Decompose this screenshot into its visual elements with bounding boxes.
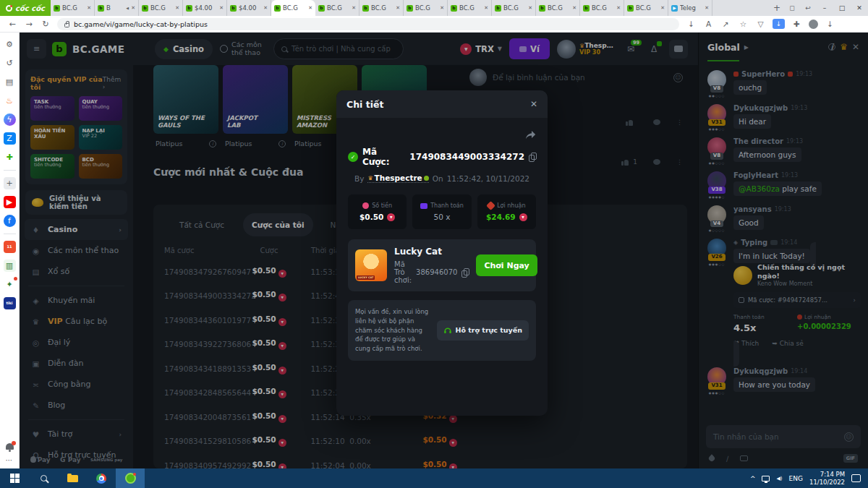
- tab-favicon: b: [362, 5, 369, 12]
- browser-tab[interactable]: b BC.G ◀ ✕: [359, 0, 404, 16]
- browser-sidebar-icon[interactable]: 11: [4, 241, 16, 253]
- coccoc-logo[interactable]: cốc cốc: [0, 0, 51, 16]
- bookmark-star-icon[interactable]: ☆: [738, 20, 749, 28]
- browser-sidebar-icon[interactable]: f: [4, 215, 16, 227]
- forward-icon[interactable]: →: [24, 20, 34, 29]
- maximize-button[interactable]: □: [833, 0, 851, 16]
- tab-close-icon[interactable]: ✕: [131, 5, 135, 11]
- bet-detail-modal: Chi tiết ✕ ✓ Mã Cược: 174908344900333427…: [336, 90, 548, 416]
- share-icon[interactable]: ↗: [720, 20, 731, 28]
- bell-icon[interactable]: [6, 443, 14, 450]
- recent-tabs-icon[interactable]: ↩: [800, 0, 816, 16]
- taskbar-search-icon[interactable]: [29, 468, 58, 488]
- browser-sidebar-icon[interactable]: ↺: [4, 57, 16, 69]
- tab-close-icon[interactable]: ✕: [175, 5, 179, 11]
- browser-tab[interactable]: b BC.G ◀ ✕: [271, 0, 315, 16]
- tab-close-icon[interactable]: ✕: [660, 5, 665, 11]
- browser-sidebar: ⚙↺▤♨ϟZ✚+▶f11▥✦tiki ⋯: [0, 33, 20, 468]
- input-language[interactable]: ENG: [789, 475, 803, 482]
- modal-close-icon[interactable]: ✕: [530, 99, 537, 109]
- play-now-button[interactable]: Chơi Ngay: [476, 254, 537, 276]
- browser-sidebar-icon[interactable]: [4, 170, 16, 171]
- close-button[interactable]: ✕: [851, 0, 868, 16]
- browser-window: cốc cốc b BC.G ◀ ✕ b B ◀ ✕ b BC.G ◀ ✕: [0, 0, 868, 488]
- browser-tab[interactable]: b $4.00 ◀ ✕: [227, 0, 271, 16]
- file-explorer-icon[interactable]: [58, 468, 87, 488]
- tab-close-icon[interactable]: ✕: [87, 5, 91, 11]
- browser-tab[interactable]: b BC.G ◀ ✕: [536, 0, 580, 16]
- tab-favicon: ▶: [671, 5, 678, 12]
- copy-icon[interactable]: [461, 268, 469, 277]
- tab-close-icon[interactable]: ✕: [572, 5, 576, 11]
- tab-close-icon[interactable]: ✕: [308, 5, 312, 11]
- more-icon[interactable]: ⋯: [6, 456, 14, 464]
- browser-tab[interactable]: b BC.G ◀ ✕: [624, 0, 668, 16]
- downloads-button[interactable]: ↓: [773, 19, 785, 29]
- browser-sidebar-icon[interactable]: ▥: [4, 260, 16, 272]
- tab-close-icon[interactable]: ✕: [263, 5, 268, 11]
- game-thumbnail[interactable]: [355, 249, 387, 281]
- browser-tab[interactable]: b BC.G ◀ ✕: [404, 0, 448, 16]
- tab-close-icon[interactable]: ✕: [484, 5, 488, 11]
- browser-tab[interactable]: ▶ Teleg ◀ ✕: [668, 0, 712, 16]
- browser-sidebar-icon[interactable]: ▤: [4, 76, 16, 88]
- start-button[interactable]: [0, 468, 29, 488]
- browser-sidebar-icon[interactable]: +: [4, 177, 16, 189]
- tab-close-icon[interactable]: ✕: [440, 5, 444, 11]
- browser-sidebar-icon[interactable]: ✦: [4, 278, 16, 291]
- share-bet-icon[interactable]: [348, 129, 536, 140]
- network-icon[interactable]: [762, 476, 770, 481]
- clock[interactable]: 7:14 PM 11/10/2022: [809, 471, 845, 486]
- tab-close-icon[interactable]: ✕: [352, 5, 356, 11]
- profile-avatar[interactable]: [809, 20, 818, 29]
- bet-stat-box: Lợi nhuận $24.69: [477, 194, 536, 229]
- browser-sidebar-icon[interactable]: ϟ: [4, 114, 16, 126]
- browser-sidebar-icon[interactable]: [4, 234, 16, 234]
- tab-close-icon[interactable]: ✕: [396, 5, 400, 11]
- chrome-icon[interactable]: [87, 468, 116, 488]
- bet-owner-link[interactable]: ♛Thespectre: [367, 174, 428, 183]
- browser-sidebar-icon[interactable]: ♨: [4, 95, 16, 107]
- browser-tab[interactable]: b BC.G ◀ ✕: [492, 0, 536, 16]
- support-note-text: Mọi vấn đề, xin vui lòng liên hệ với bộ …: [355, 307, 431, 354]
- tray-expand-icon[interactable]: ^: [750, 475, 756, 482]
- browser-sidebar-icon[interactable]: ✚: [4, 151, 16, 163]
- reload-icon[interactable]: ↻: [41, 20, 51, 29]
- browser-tab[interactable]: b BC.G ◀ ✕: [580, 0, 624, 16]
- coccoc-taskbar-icon[interactable]: [116, 468, 145, 488]
- extensions-icon[interactable]: ✚: [791, 20, 802, 28]
- browser-tab[interactable]: b $4.00 ◀ ✕: [183, 0, 227, 16]
- minimize-button[interactable]: –: [816, 0, 833, 16]
- browser-sidebar-icon[interactable]: tiki: [4, 297, 16, 309]
- volume-icon[interactable]: ◀): [776, 476, 782, 481]
- tab-close-icon[interactable]: ✕: [616, 5, 621, 11]
- back-icon[interactable]: ←: [7, 20, 17, 29]
- tab-search-icon[interactable]: ◻: [784, 0, 800, 16]
- lock-icon: [64, 23, 69, 27]
- browser-sidebar-icon[interactable]: ▶: [4, 196, 16, 208]
- new-tab-button[interactable]: +: [770, 0, 784, 16]
- browser-tab[interactable]: b B ◀ ✕: [95, 0, 139, 16]
- save-page-icon[interactable]: ↓: [686, 20, 697, 28]
- shield-icon[interactable]: ▽: [755, 20, 766, 28]
- tab-close-icon[interactable]: ✕: [219, 5, 224, 11]
- tab-close-icon[interactable]: ✕: [528, 5, 532, 11]
- live-support-button[interactable]: Hỗ trợ trực tuyến: [437, 320, 529, 341]
- translate-icon[interactable]: A: [703, 20, 714, 28]
- browser-sidebar-icon[interactable]: ⚙: [4, 38, 16, 51]
- browser-tab[interactable]: b BC.G ◀ ✕: [51, 0, 95, 16]
- coccoc-logo-text: cốc cốc: [15, 4, 45, 12]
- copy-icon[interactable]: [529, 153, 536, 161]
- action-center-icon[interactable]: [851, 474, 861, 482]
- browser-tab[interactable]: b BC.G ◀ ✕: [315, 0, 359, 16]
- tab-favicon: b: [230, 5, 237, 12]
- browser-sidebar-icon[interactable]: Z: [4, 132, 16, 145]
- tab-list: b BC.G ◀ ✕ b B ◀ ✕ b BC.G ◀ ✕ b $4.00: [51, 0, 770, 16]
- url-field[interactable]: bc.game/vi/game/lucky-cat-by-platipus: [57, 18, 679, 30]
- tab-title: BC.G: [592, 4, 614, 12]
- download-icon[interactable]: ↓: [825, 20, 835, 28]
- tab-close-icon[interactable]: ✕: [705, 5, 709, 11]
- browser-tab[interactable]: b BC.G ◀ ✕: [448, 0, 492, 16]
- headset-icon: [443, 326, 452, 334]
- browser-tab[interactable]: b BC.G ◀ ✕: [139, 0, 183, 16]
